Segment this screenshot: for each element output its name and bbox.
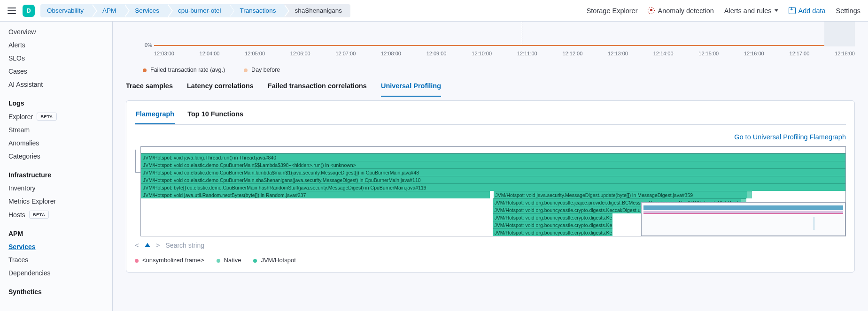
- tab-universal-profiling[interactable]: Universal Profiling: [381, 76, 441, 97]
- flame-frame[interactable]: JVM/Hotspot: void co.elastic.demo.CpuBur…: [141, 168, 845, 176]
- next-frame-button[interactable]: >: [156, 241, 160, 249]
- breadcrumb-item[interactable]: cpu-burner-otel: [168, 4, 230, 17]
- failed-transaction-chart[interactable]: 0% 12:03:00 12:04:00 12:05:00 12:06:00 1…: [126, 22, 868, 72]
- legend-item[interactable]: Failed transaction rate (avg.): [143, 67, 225, 73]
- flame-frame[interactable]: JVM/Hotspot: void org.bouncycastle.crypt…: [493, 221, 612, 228]
- sidebar-item-inventory[interactable]: Inventory: [0, 182, 112, 195]
- tab-latency-correlations[interactable]: Latency correlations: [187, 76, 254, 97]
- profiling-subtabs: Flamegraph Top 10 Functions: [135, 107, 846, 125]
- reset-zoom-button[interactable]: [145, 243, 150, 247]
- chart-series-line: [154, 45, 824, 46]
- chart-x-ticks: 12:03:00 12:04:00 12:05:00 12:06:00 12:0…: [154, 51, 855, 56]
- settings-link[interactable]: Settings: [836, 7, 860, 15]
- flame-frame[interactable]: JVM/Hotspot: byte[] co.elastic.demo.CpuB…: [141, 183, 845, 191]
- breadcrumb-item[interactable]: Services: [124, 4, 168, 17]
- flame-frame[interactable]: JVM/Hotspot: void co.elastic.demo.CpuBur…: [141, 161, 845, 168]
- chart-legend: Failed transaction rate (avg.) Day befor…: [143, 67, 280, 73]
- tab-trace-samples[interactable]: Trace samples: [126, 76, 173, 97]
- menu-icon[interactable]: [8, 8, 16, 14]
- chart-x-tick: 12:07:00: [335, 51, 356, 56]
- avatar[interactable]: D: [23, 5, 35, 17]
- flame-root-frame[interactable]: [141, 147, 845, 153]
- flame-frame[interactable]: JVM/Hotspot: void org.bouncycastle.crypt…: [493, 213, 612, 221]
- flame-frame[interactable]: JVM/Hotspot: void java.util.Random.nextB…: [141, 191, 490, 198]
- chart-x-tick: 12:18:00: [835, 51, 855, 56]
- sidebar-item-slos[interactable]: SLOs: [0, 52, 112, 65]
- flamegraph-controls: < > Search string: [135, 241, 846, 249]
- chart-x-tick: 12:17:00: [790, 51, 810, 56]
- prev-frame-button[interactable]: <: [135, 241, 139, 249]
- app-header: D Observability APM Services cpu-burner-…: [0, 0, 868, 22]
- sidebar-item-overview[interactable]: Overview: [0, 25, 112, 38]
- legend-dot-icon: [244, 68, 248, 72]
- chart-x-tick: 12:05:00: [245, 51, 265, 56]
- chart-x-tick: 12:15:00: [698, 51, 719, 56]
- storage-explorer-link[interactable]: Storage Explorer: [587, 7, 638, 15]
- flame-frame[interactable]: JVM/Hotspot: void co.elastic.demo.CpuBur…: [141, 176, 845, 183]
- flame-frame[interactable]: [747, 191, 752, 198]
- legend-dot-icon: [143, 68, 147, 72]
- tab-failed-correlations[interactable]: Failed transaction correlations: [268, 76, 367, 97]
- breadcrumb-item-current: shaShenanigans: [284, 4, 350, 17]
- chart-x-tick: 12:12:00: [562, 51, 582, 56]
- legend-label: Native: [224, 257, 241, 264]
- sidebar-item-categories[interactable]: Categories: [0, 150, 112, 163]
- flamegraph-canvas[interactable]: JVM/Hotspot: void java.lang.Thread.run()…: [140, 146, 846, 236]
- flamegraph-search-input[interactable]: Search string: [166, 242, 846, 249]
- anomaly-label: Anomaly detection: [658, 7, 713, 15]
- sidebar-item-hosts[interactable]: HostsBETA: [0, 208, 112, 221]
- profiling-panel: Flamegraph Top 10 Functions Go to Univer…: [126, 100, 855, 273]
- sidebar-item-dependencies[interactable]: Dependencies: [0, 266, 112, 280]
- sidebar-item-label: Hosts: [8, 211, 25, 219]
- sidebar-section-logs: Logs: [0, 91, 112, 110]
- flame-frame[interactable]: JVM/Hotspot: void org.bouncycastle.crypt…: [493, 228, 612, 236]
- legend-label: JVM/Hotspot: [261, 257, 295, 264]
- sidebar-item-traces[interactable]: Traces: [0, 253, 112, 266]
- chevron-down-icon: [775, 9, 778, 12]
- flame-gap: [141, 206, 493, 213]
- breadcrumb-item[interactable]: Transactions: [230, 4, 285, 17]
- chart-x-tick: 12:14:00: [653, 51, 674, 56]
- beta-badge: BETA: [29, 211, 49, 219]
- sidebar: Overview Alerts SLOs Cases AI Assistant …: [0, 22, 113, 311]
- chart-x-tick: 12:13:00: [608, 51, 628, 56]
- sidebar-item-metrics-explorer[interactable]: Metrics Explorer: [0, 195, 112, 208]
- chart-x-tick: 12:11:00: [517, 51, 537, 56]
- go-to-flamegraph-link[interactable]: Go to Universal Profiling Flamegraph: [135, 133, 846, 141]
- alerts-rules-dropdown[interactable]: Alerts and rules: [724, 7, 778, 15]
- flame-frame[interactable]: JVM/Hotspot: void java.security.MessageD…: [494, 191, 747, 198]
- legend-item[interactable]: Day before: [244, 67, 280, 73]
- sidebar-item-services[interactable]: Services: [0, 240, 112, 253]
- flame-gap: [141, 221, 493, 228]
- flame-frame[interactable]: JVM/Hotspot: void java.lang.Thread.run()…: [141, 153, 845, 161]
- sidebar-section-apm: APM: [0, 221, 112, 240]
- sidebar-item-alerts[interactable]: Alerts: [0, 38, 112, 52]
- sidebar-item-stream[interactable]: Stream: [0, 123, 112, 137]
- flamegraph-minimap[interactable]: [641, 202, 845, 236]
- chart-x-tick: 12:04:00: [200, 51, 220, 56]
- sidebar-section-infrastructure: Infrastructure: [0, 163, 112, 182]
- legend-label: Failed transaction rate (avg.): [150, 67, 225, 73]
- minimap-stub: [814, 217, 814, 230]
- flame-gap: [141, 228, 493, 236]
- sidebar-item-ai-assistant[interactable]: AI Assistant: [0, 78, 112, 91]
- detail-tabs: Trace samples Latency correlations Faile…: [126, 76, 855, 97]
- legend-dot-icon: [253, 259, 257, 263]
- minimap-bar: [643, 205, 843, 210]
- subtab-flamegraph[interactable]: Flamegraph: [135, 107, 175, 124]
- flamegraph-legend: <unsymbolized frame> Native JVM/Hotspot: [135, 257, 846, 264]
- alerts-rules-label: Alerts and rules: [724, 7, 772, 15]
- anomaly-detection-link[interactable]: Anomaly detection: [648, 7, 713, 15]
- sidebar-item-cases[interactable]: Cases: [0, 65, 112, 78]
- flame-gap: [141, 198, 493, 206]
- legend-dot-icon: [135, 259, 139, 263]
- sidebar-item-label: Explorer: [8, 113, 33, 121]
- add-data-button[interactable]: Add data: [789, 7, 826, 15]
- sidebar-item-explorer[interactable]: ExplorerBETA: [0, 110, 112, 123]
- sidebar-item-anomalies[interactable]: Anomalies: [0, 137, 112, 150]
- subtab-top10[interactable]: Top 10 Functions: [186, 107, 244, 124]
- add-data-label: Add data: [798, 7, 826, 15]
- breadcrumb-item[interactable]: Observability: [40, 4, 92, 17]
- header-actions: Storage Explorer Anomaly detection Alert…: [587, 7, 860, 15]
- chart-x-tick: 12:16:00: [744, 51, 764, 56]
